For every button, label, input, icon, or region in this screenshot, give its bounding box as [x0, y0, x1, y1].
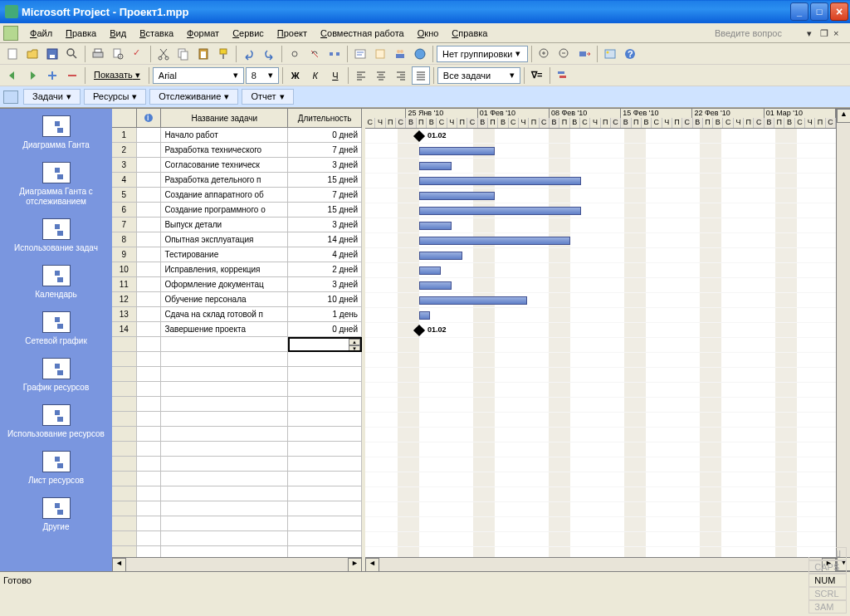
table-row[interactable]: 8Опытная эксплуатация14 дней: [112, 232, 362, 247]
autofilter-button[interactable]: ∇=: [528, 66, 546, 85]
gantt-row[interactable]: [365, 203, 836, 218]
duration-cell[interactable]: 3 дней: [288, 218, 362, 232]
selected-cell[interactable]: ▲▼: [288, 337, 362, 352]
help-button[interactable]: ?: [621, 45, 639, 63]
info-cell[interactable]: [137, 158, 162, 173]
spellcheck-button[interactable]: ✓: [129, 45, 147, 63]
name-cell[interactable]: Опытная эксплуатация: [161, 232, 288, 247]
menu-Файл[interactable]: Файл: [23, 27, 59, 40]
name-cell[interactable]: Создание аппаратного об: [161, 188, 288, 203]
gantt-row[interactable]: [365, 413, 836, 428]
table-body[interactable]: 1Начало работ0 дней2Разработка техническ…: [112, 128, 362, 557]
gantt-row[interactable]: [365, 353, 836, 368]
info-cell[interactable]: [137, 232, 162, 247]
duration-cell[interactable]: 7 дней: [288, 143, 362, 158]
info-cell[interactable]: [137, 262, 162, 277]
table-row[interactable]: 3Согласование техническ3 дней: [112, 158, 362, 173]
duration-cell[interactable]: 15 дней: [288, 203, 362, 218]
sidebar-item[interactable]: Лист ресурсов: [0, 449, 112, 487]
sidebar-item[interactable]: Календарь: [0, 263, 112, 301]
table-row[interactable]: 2Разработка технического7 дней: [112, 143, 362, 158]
duration-cell[interactable]: 3 дней: [288, 158, 362, 173]
table-row[interactable]: [112, 367, 362, 382]
gantt-bar[interactable]: [419, 192, 495, 200]
new-button[interactable]: [3, 45, 22, 63]
row-number[interactable]: 5: [112, 188, 137, 203]
row-number[interactable]: 12: [112, 292, 137, 307]
table-row[interactable]: 10Исправления, коррекция2 дней: [112, 262, 362, 277]
info-cell[interactable]: [137, 322, 162, 337]
menu-Окно[interactable]: Окно: [411, 27, 446, 40]
row-number[interactable]: 3: [112, 158, 137, 173]
gantt-bar[interactable]: [419, 162, 452, 170]
duration-column-header[interactable]: Длительность: [288, 109, 362, 127]
tab-Ресурсы[interactable]: Ресурсы▾: [84, 89, 146, 105]
nav-forward-button[interactable]: [23, 66, 42, 85]
gantt-bar[interactable]: [419, 311, 430, 320]
copy-picture-button[interactable]: [601, 45, 619, 63]
menu-Вид[interactable]: Вид: [103, 27, 133, 40]
row-number[interactable]: 2: [112, 143, 137, 158]
publish-button[interactable]: [411, 45, 429, 63]
underline-button[interactable]: Ч: [326, 66, 344, 85]
info-cell[interactable]: [137, 218, 162, 232]
row-number[interactable]: 14: [112, 322, 137, 337]
info-cell[interactable]: [137, 128, 162, 143]
info-cell[interactable]: [137, 277, 162, 292]
task-notes-button[interactable]: [371, 45, 389, 63]
print-preview-button[interactable]: [109, 45, 127, 63]
gantt-row[interactable]: 01.02: [365, 323, 836, 338]
info-cell[interactable]: [137, 247, 162, 262]
name-cell[interactable]: Выпуск детали: [161, 218, 288, 232]
nav-back-button[interactable]: [3, 66, 22, 85]
search-button[interactable]: [63, 45, 81, 63]
gantt-row[interactable]: [365, 398, 836, 413]
menu-Сервис[interactable]: Сервис: [226, 27, 271, 40]
name-cell[interactable]: Начало работ: [161, 128, 288, 143]
table-row[interactable]: [112, 382, 362, 397]
gantt-row[interactable]: [365, 188, 836, 203]
table-row[interactable]: [112, 442, 362, 457]
gantt-bar[interactable]: [419, 281, 452, 290]
table-row[interactable]: 1Начало работ0 дней: [112, 128, 362, 143]
link-button[interactable]: [286, 45, 304, 63]
info-cell[interactable]: [137, 203, 162, 218]
sidebar-item[interactable]: Использование ресурсов: [0, 403, 112, 441]
table-row[interactable]: ▲▼: [112, 337, 362, 352]
table-row[interactable]: [112, 501, 362, 516]
font-combo[interactable]: Arial▾: [153, 67, 244, 84]
menu-Формат[interactable]: Формат: [180, 27, 226, 40]
row-number[interactable]: 7: [112, 218, 137, 232]
minimize-button[interactable]: _: [790, 2, 808, 21]
table-row[interactable]: [112, 412, 362, 427]
name-cell[interactable]: Исправления, коррекция: [161, 262, 288, 277]
gantt-row[interactable]: [365, 233, 836, 248]
align-right-button[interactable]: [392, 66, 410, 85]
table-row[interactable]: 4Разработка детельного п15 дней: [112, 173, 362, 188]
bold-button[interactable]: Ж: [286, 66, 305, 85]
gantt-bar[interactable]: [419, 147, 495, 155]
gantt-row[interactable]: [365, 442, 836, 457]
sidebar-item[interactable]: Диаграмма Ганта: [0, 114, 112, 152]
row-number[interactable]: 6: [112, 203, 137, 218]
filter-combo[interactable]: Все задачи▾: [437, 67, 520, 84]
gantt-row[interactable]: [365, 338, 836, 353]
print-button[interactable]: [89, 45, 107, 63]
doc-restore-button[interactable]: ❐: [820, 28, 830, 38]
table-row[interactable]: 7Выпуск детали3 дней: [112, 218, 362, 232]
table-row[interactable]: [112, 546, 362, 557]
name-cell[interactable]: Сдача на склад готовой п: [161, 307, 288, 322]
gantt-row[interactable]: 01.02: [365, 129, 836, 144]
gantt-row[interactable]: [365, 472, 836, 487]
sidebar-item[interactable]: Другие: [0, 496, 112, 534]
gantt-bar[interactable]: [419, 252, 462, 260]
gantt-body[interactable]: 01.0201.02: [365, 129, 836, 557]
gantt-bar[interactable]: [419, 296, 527, 305]
paste-button[interactable]: [194, 45, 212, 63]
gantt-row[interactable]: [365, 502, 836, 517]
duration-cell[interactable]: 2 дней: [288, 262, 362, 277]
info-cell[interactable]: [137, 173, 162, 188]
gantt-row[interactable]: [365, 457, 836, 472]
gantt-row[interactable]: [365, 248, 836, 263]
table-hscroll[interactable]: ◄►: [112, 557, 362, 571]
